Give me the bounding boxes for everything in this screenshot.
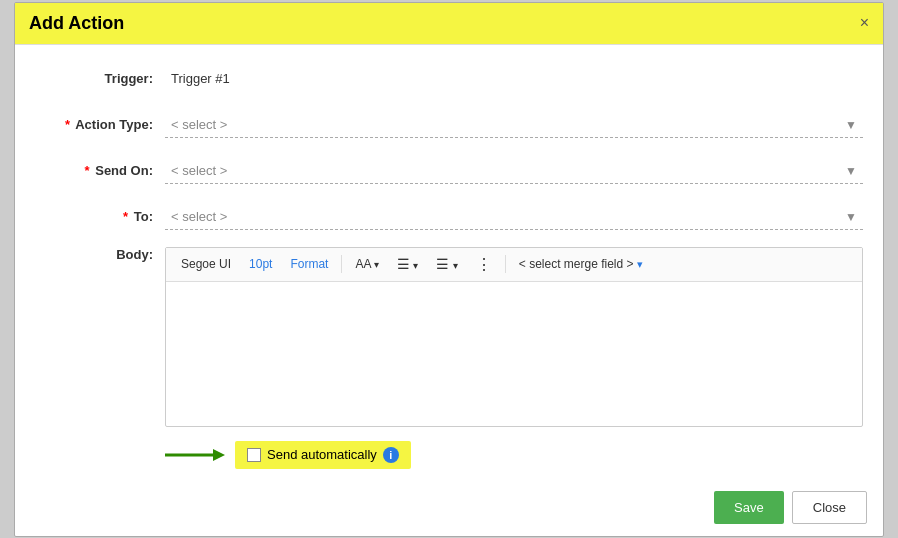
action-type-select[interactable]: < select > (165, 112, 863, 138)
merge-field-arrow-icon: ▾ (637, 258, 643, 270)
more-options-button[interactable]: ⋮ (469, 252, 499, 277)
align-icon: ☰ (436, 256, 449, 272)
body-content-area[interactable] (166, 282, 862, 422)
required-star-to: * (123, 209, 128, 224)
send-auto-text: Send automatically (267, 447, 377, 462)
font-size-button[interactable]: 10pt (242, 254, 279, 274)
toolbar-separator-2 (505, 255, 506, 273)
dialog-header: Add Action × (15, 3, 883, 45)
required-star-action: * (65, 117, 70, 132)
body-label: Body: (35, 247, 165, 262)
align-button[interactable]: ☰ ▾ (429, 253, 464, 275)
action-type-row: * Action Type: < select > ▼ (35, 109, 863, 141)
trigger-value: Trigger #1 (165, 66, 236, 92)
action-type-label: * Action Type: (35, 117, 165, 132)
send-on-field: < select > ▼ (165, 158, 863, 184)
format-button[interactable]: Format (283, 254, 335, 274)
to-row: * To: < select > ▼ (35, 201, 863, 233)
required-star-sendon: * (85, 163, 90, 178)
dialog-footer: Save Close (15, 479, 883, 536)
merge-field-button[interactable]: < select merge field > ▾ (512, 254, 650, 274)
arrow-indicator (165, 445, 225, 465)
send-on-label: * Send On: (35, 163, 165, 178)
svg-marker-1 (213, 449, 225, 461)
font-selector-button[interactable]: Segoe UI (174, 254, 238, 274)
send-automatically-checkbox[interactable] (247, 448, 261, 462)
dialog-close-button[interactable]: × (860, 14, 869, 32)
to-label: * To: (35, 209, 165, 224)
list-icon-1: ☰ (397, 256, 410, 272)
send-auto-row: Send automatically i (165, 441, 863, 469)
list-style-button[interactable]: ☰ ▾ (390, 253, 425, 275)
dialog-body: Trigger: Trigger #1 * Action Type: < sel… (15, 45, 883, 479)
save-button[interactable]: Save (714, 491, 784, 524)
dialog-title: Add Action (29, 13, 124, 34)
arrow-icon (165, 445, 225, 465)
aa-dropdown-icon: ▾ (374, 259, 379, 270)
close-button[interactable]: Close (792, 491, 867, 524)
toolbar-separator-1 (341, 255, 342, 273)
trigger-label: Trigger: (35, 71, 165, 86)
add-action-dialog: Add Action × Trigger: Trigger #1 * Actio… (14, 2, 884, 537)
to-select[interactable]: < select > (165, 204, 863, 230)
trigger-field: Trigger #1 (165, 71, 863, 86)
body-row: Body: Segoe UI 10pt Format AA ▾ ☰ ▾ (35, 247, 863, 427)
body-toolbar: Segoe UI 10pt Format AA ▾ ☰ ▾ ☰ ▾ (166, 248, 862, 282)
list1-dropdown-icon: ▾ (413, 260, 418, 271)
action-type-field: < select > ▼ (165, 112, 863, 138)
info-icon[interactable]: i (383, 447, 399, 463)
trigger-row: Trigger: Trigger #1 (35, 63, 863, 95)
send-on-row: * Send On: < select > ▼ (35, 155, 863, 187)
text-style-button[interactable]: AA ▾ (348, 254, 386, 274)
align-dropdown-icon: ▾ (453, 260, 458, 271)
to-field: < select > ▼ (165, 204, 863, 230)
send-automatically-label[interactable]: Send automatically i (235, 441, 411, 469)
body-editor: Segoe UI 10pt Format AA ▾ ☰ ▾ ☰ ▾ (165, 247, 863, 427)
send-on-select[interactable]: < select > (165, 158, 863, 184)
